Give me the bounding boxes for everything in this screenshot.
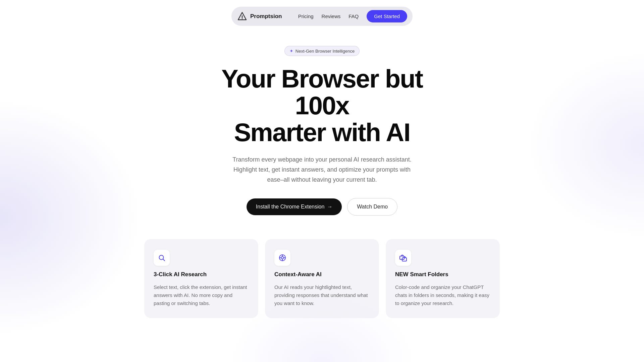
feature-card-smart-folders: NEW Smart Folders Color-code and organiz… [386,239,500,318]
feature-icon-wrap-folder [395,250,411,266]
nav-links: Pricing Reviews FAQ Get Started [298,10,407,22]
feature-desc-0: Select text, click the extension, get in… [154,283,249,307]
feature-cards: 3-Click AI Research Select text, click t… [138,239,506,318]
folder-icon [399,254,407,262]
svg-line-4 [163,259,165,261]
nav-reviews[interactable]: Reviews [322,13,341,19]
arrow-icon: → [327,204,332,210]
hero-section: ✦ Next-Gen Browser Intelligence Your Bro… [205,46,439,239]
hero-badge: ✦ Next-Gen Browser Intelligence [284,46,360,56]
hero-subtitle: Transform every webpage into your person… [228,155,416,185]
feature-card-ai-research: 3-Click AI Research Select text, click t… [144,239,258,318]
get-started-button[interactable]: Get Started [367,10,407,22]
feature-desc-1: Our AI reads your hightlighted text, pro… [274,283,370,307]
hero-buttons: Install the Chrome Extension → Watch Dem… [247,198,397,216]
hero-title: Your Browser but 100x Smarter with AI [211,65,433,145]
nav-pricing[interactable]: Pricing [298,13,314,19]
watch-demo-button[interactable]: Watch Demo [347,198,397,216]
hero-title-line1: Your Browser but 100x [221,64,423,120]
feature-desc-2: Color-code and organize your ChatGPT cha… [395,283,490,307]
install-btn-label: Install the Chrome Extension [256,204,325,210]
badge-text: Next-Gen Browser Intelligence [296,49,355,54]
feature-card-context-aware: Context-Aware AI Our AI reads your hight… [265,239,379,318]
context-icon [278,254,286,262]
feature-title-2: NEW Smart Folders [395,271,490,278]
navbar: Promptsion Pricing Reviews FAQ Get Start… [231,7,413,26]
brand-name: Promptsion [250,13,282,20]
svg-point-2 [242,18,243,19]
nav-faq[interactable]: FAQ [348,13,359,19]
svg-point-3 [159,255,164,260]
feature-icon-wrap-context [274,250,290,266]
install-chrome-button[interactable]: Install the Chrome Extension → [247,198,342,215]
feature-title-0: 3-Click AI Research [154,271,249,278]
badge-icon: ✦ [289,48,293,54]
feature-icon-wrap-search [154,250,170,266]
brand-logo[interactable]: Promptsion [237,11,282,22]
svg-point-6 [281,257,284,259]
search-icon [158,254,166,262]
hero-title-line2: Smarter with AI [234,118,410,146]
feature-title-1: Context-Aware AI [274,271,370,278]
brand-icon [237,11,248,22]
